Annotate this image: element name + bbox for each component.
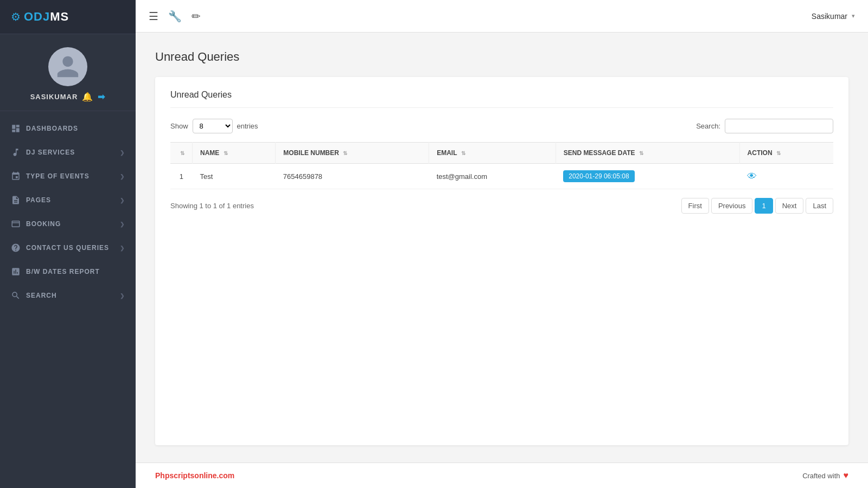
page-title: Unread Queries bbox=[155, 50, 848, 64]
logo-ms: MS bbox=[50, 10, 69, 23]
table-row: 1 Test 7654659878 test@gmail.com 2020-01… bbox=[170, 164, 833, 189]
sidebar-item-label: SEARCH bbox=[26, 292, 57, 299]
chevron-icon: ❯ bbox=[120, 293, 125, 299]
page-last-button[interactable]: Last bbox=[806, 198, 833, 214]
show-entries: Show 5 8 10 25 50 100 entries bbox=[170, 119, 258, 133]
notification-icon[interactable]: 🔔 bbox=[82, 92, 93, 102]
crafted-with-label: Crafted with bbox=[802, 472, 840, 480]
username-label: SASIKUMAR bbox=[30, 93, 78, 101]
col-num[interactable]: ⇅ bbox=[170, 143, 193, 164]
data-table: ⇅ NAME ⇅ MOBILE NUMBER ⇅ EMAIL ⇅ SEND ME… bbox=[170, 142, 833, 189]
page-previous-button[interactable]: Previous bbox=[711, 198, 753, 214]
sidebar-item-dashboards[interactable]: DASHBOARDS bbox=[0, 117, 136, 140]
view-icon[interactable]: 👁 bbox=[747, 171, 757, 182]
logo-odj: ODJ bbox=[24, 10, 50, 23]
search-input[interactable] bbox=[725, 119, 833, 133]
pagination-info: Showing 1 to 1 of 1 entries bbox=[170, 202, 254, 210]
entries-label: entries bbox=[237, 122, 258, 130]
footer-brand: Phpscriptsonline.com bbox=[155, 471, 234, 480]
sidebar-item-pages[interactable]: PAGES ❯ bbox=[0, 188, 136, 212]
cell-name: Test bbox=[193, 164, 276, 189]
page-1-button[interactable]: 1 bbox=[755, 198, 773, 214]
pencil-icon[interactable]: ✏ bbox=[192, 10, 201, 23]
sidebar-item-label: BOOKING bbox=[26, 220, 61, 228]
logo-area: ⚙ ODJMS bbox=[0, 0, 136, 34]
sidebar-item-bw-dates-report[interactable]: B/W DATES REPORT bbox=[0, 260, 136, 284]
col-email[interactable]: EMAIL ⇅ bbox=[429, 143, 556, 164]
search-label: Search: bbox=[696, 122, 720, 130]
logo-icon: ⚙ bbox=[11, 10, 21, 23]
table-controls: Show 5 8 10 25 50 100 entries Search: bbox=[170, 119, 833, 133]
sidebar: ⚙ ODJMS SASIKUMAR 🔔 ➡ DASHBOARDS DJ bbox=[0, 0, 136, 488]
chevron-icon: ❯ bbox=[120, 174, 125, 179]
sidebar-item-contact-us-queries[interactable]: CONTACT US QUERIES ❯ bbox=[0, 236, 136, 260]
topbar-chevron-icon: ▾ bbox=[852, 12, 855, 20]
col-date[interactable]: SEND MESSAGE DATE ⇅ bbox=[556, 143, 739, 164]
wrench-icon[interactable]: 🔧 bbox=[168, 10, 182, 23]
col-mobile[interactable]: MOBILE NUMBER ⇅ bbox=[276, 143, 429, 164]
cell-date: 2020-01-29 06:05:08 bbox=[556, 164, 739, 189]
chevron-icon: ❯ bbox=[120, 150, 125, 156]
menu-icon[interactable]: ☰ bbox=[149, 10, 158, 23]
sidebar-item-label: DJ SERVICES bbox=[26, 149, 75, 156]
sidebar-item-search[interactable]: SEARCH ❯ bbox=[0, 284, 136, 307]
user-info: SASIKUMAR 🔔 ➡ bbox=[30, 92, 106, 102]
col-name[interactable]: NAME ⇅ bbox=[193, 143, 276, 164]
search-bar: Search: bbox=[696, 119, 833, 133]
sidebar-item-label: CONTACT US QUERIES bbox=[26, 244, 109, 252]
page-next-button[interactable]: Next bbox=[775, 198, 804, 214]
footer: Phpscriptsonline.com Crafted with ♥ bbox=[136, 463, 868, 488]
show-label: Show bbox=[170, 122, 188, 130]
main-content: ☰ 🔧 ✏ Sasikumar ▾ Unread Queries Unread … bbox=[136, 0, 868, 488]
topbar-username: Sasikumar bbox=[812, 12, 847, 21]
cell-num: 1 bbox=[170, 164, 193, 189]
date-badge: 2020-01-29 06:05:08 bbox=[563, 170, 634, 182]
entries-select[interactable]: 5 8 10 25 50 100 bbox=[193, 119, 233, 133]
sidebar-item-label: PAGES bbox=[26, 196, 51, 204]
chevron-icon: ❯ bbox=[120, 197, 125, 203]
card-title: Unread Queries bbox=[170, 90, 833, 108]
logout-icon[interactable]: ➡ bbox=[98, 92, 105, 102]
pagination-buttons: First Previous 1 Next Last bbox=[681, 198, 833, 214]
sidebar-item-label: TYPE OF EVENTS bbox=[26, 172, 90, 180]
footer-right: Crafted with ♥ bbox=[802, 471, 848, 480]
sidebar-item-label: DASHBOARDS bbox=[26, 125, 78, 132]
sidebar-item-type-of-events[interactable]: TYPE OF EVENTS ❯ bbox=[0, 164, 136, 188]
topbar-user[interactable]: Sasikumar ▾ bbox=[812, 12, 855, 21]
page-first-button[interactable]: First bbox=[681, 198, 709, 214]
cell-action: 👁 bbox=[739, 164, 833, 189]
topbar: ☰ 🔧 ✏ Sasikumar ▾ bbox=[136, 0, 868, 33]
cell-email: test@gmail.com bbox=[429, 164, 556, 189]
sidebar-nav: DASHBOARDS DJ SERVICES ❯ TYPE OF EVENTS … bbox=[0, 111, 136, 488]
sidebar-item-label: B/W DATES REPORT bbox=[26, 268, 100, 275]
heart-icon: ♥ bbox=[844, 471, 849, 480]
sidebar-item-booking[interactable]: BOOKING ❯ bbox=[0, 212, 136, 236]
chevron-icon: ❯ bbox=[120, 245, 125, 251]
topbar-left: ☰ 🔧 ✏ bbox=[149, 10, 201, 23]
card: Unread Queries Show 5 8 10 25 50 100 ent… bbox=[155, 77, 848, 445]
sidebar-user: SASIKUMAR 🔔 ➡ bbox=[0, 34, 136, 111]
page-content: Unread Queries Unread Queries Show 5 8 1… bbox=[136, 33, 868, 463]
avatar bbox=[48, 47, 87, 86]
cell-mobile: 7654659878 bbox=[276, 164, 429, 189]
sidebar-item-dj-services[interactable]: DJ SERVICES ❯ bbox=[0, 140, 136, 164]
pagination-row: Showing 1 to 1 of 1 entries First Previo… bbox=[170, 198, 833, 214]
logo-text: ODJMS bbox=[24, 10, 69, 24]
chevron-icon: ❯ bbox=[120, 221, 125, 227]
col-action[interactable]: ACTION ⇅ bbox=[739, 143, 833, 164]
